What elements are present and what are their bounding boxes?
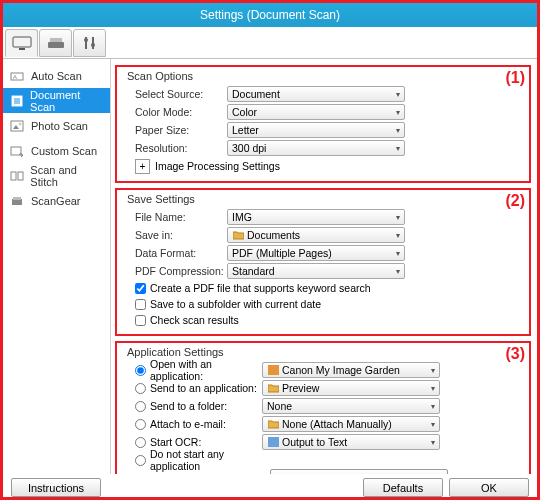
attach-email-radio[interactable]: Attach to e-mail: <box>127 415 262 433</box>
image-processing-label: Image Processing Settings <box>155 160 280 172</box>
color-mode-label: Color Mode: <box>127 106 227 118</box>
sidebar-label: Custom Scan <box>31 145 97 157</box>
chevron-down-icon: ▾ <box>396 231 400 240</box>
custom-scan-icon <box>9 144 25 158</box>
sidebar-item-scangear[interactable]: ScanGear <box>3 188 110 213</box>
app-settings-title: Application Settings <box>127 346 519 358</box>
save-in-label: Save in: <box>127 229 227 241</box>
svg-point-5 <box>84 38 88 42</box>
more-functions-button[interactable]: More Functions <box>270 469 448 474</box>
tab-preferences[interactable] <box>73 29 106 57</box>
color-mode-combo[interactable]: Color▾ <box>227 104 405 120</box>
ok-button[interactable]: OK <box>449 478 529 497</box>
paper-size-label: Paper Size: <box>127 124 227 136</box>
open-with-app-combo[interactable]: Canon My Image Garden▾ <box>262 362 440 378</box>
chevron-down-icon: ▾ <box>396 108 400 117</box>
annotation-3: (3) <box>505 345 525 363</box>
chevron-down-icon: ▾ <box>431 384 435 393</box>
scan-options-title: Scan Options <box>127 70 519 82</box>
start-ocr-combo[interactable]: Output to Text▾ <box>262 434 440 450</box>
svg-rect-2 <box>48 42 64 48</box>
application-settings-group: (3) Application Settings Open with an ap… <box>115 341 531 474</box>
sidebar: AAuto Scan Document Scan Photo Scan Cust… <box>3 59 111 474</box>
subfolder-checkbox[interactable]: Save to a subfolder with current date <box>127 296 519 312</box>
svg-rect-22 <box>268 365 279 375</box>
chevron-down-icon: ▾ <box>431 366 435 375</box>
data-format-label: Data Format: <box>127 247 227 259</box>
keyword-search-checkbox[interactable]: Create a PDF file that supports keyword … <box>127 280 519 296</box>
chevron-down-icon: ▾ <box>396 267 400 276</box>
chevron-down-icon: ▾ <box>396 213 400 222</box>
sidebar-label: Scan and Stitch <box>30 164 104 188</box>
svg-point-7 <box>91 43 95 47</box>
svg-rect-18 <box>11 172 16 180</box>
auto-scan-icon: A <box>9 69 25 83</box>
sidebar-label: Document Scan <box>30 89 104 113</box>
main-panel: (1) Scan Options Select Source:Document▾… <box>111 59 537 474</box>
chevron-down-icon: ▾ <box>431 438 435 447</box>
sidebar-item-auto-scan[interactable]: AAuto Scan <box>3 63 110 88</box>
body: AAuto Scan Document Scan Photo Scan Cust… <box>3 59 537 474</box>
toolbar <box>3 27 537 59</box>
chevron-down-icon: ▾ <box>431 402 435 411</box>
svg-rect-23 <box>268 437 279 447</box>
sidebar-label: ScanGear <box>31 195 81 207</box>
sidebar-item-scan-stitch[interactable]: Scan and Stitch <box>3 163 110 188</box>
save-settings-group: (2) Save Settings File Name:IMG▾ Save in… <box>115 188 531 336</box>
folder-icon <box>267 418 279 430</box>
sidebar-item-custom-scan[interactable]: Custom Scan <box>3 138 110 163</box>
data-format-combo[interactable]: PDF (Multiple Pages)▾ <box>227 245 405 261</box>
svg-rect-14 <box>11 121 23 131</box>
tab-from-computer[interactable] <box>5 29 38 57</box>
no-start-radio[interactable]: Do not start any application <box>127 451 262 469</box>
sidebar-item-document-scan[interactable]: Document Scan <box>3 88 110 113</box>
folder-icon <box>267 382 279 394</box>
attach-email-combo[interactable]: None (Attach Manually)▾ <box>262 416 440 432</box>
folder-icon <box>232 229 244 241</box>
chevron-down-icon: ▾ <box>396 90 400 99</box>
sidebar-label: Photo Scan <box>31 120 88 132</box>
chevron-down-icon: ▾ <box>396 126 400 135</box>
pdf-compression-label: PDF Compression: <box>127 265 227 277</box>
svg-point-16 <box>19 122 22 125</box>
scanner-icon <box>46 36 66 50</box>
chevron-down-icon: ▾ <box>431 420 435 429</box>
svg-rect-19 <box>18 172 23 180</box>
send-to-folder-radio[interactable]: Send to a folder: <box>127 397 262 415</box>
photo-scan-icon <box>9 119 25 133</box>
chevron-down-icon: ▾ <box>396 249 400 258</box>
svg-text:A: A <box>13 74 17 80</box>
chevron-down-icon: ▾ <box>396 144 400 153</box>
instructions-button[interactable]: Instructions <box>11 478 101 497</box>
file-name-combo[interactable]: IMG▾ <box>227 209 405 225</box>
expand-image-processing[interactable]: + <box>135 159 150 174</box>
open-with-app-radio[interactable]: Open with an application: <box>127 361 262 379</box>
annotation-2: (2) <box>505 192 525 210</box>
save-settings-title: Save Settings <box>127 193 519 205</box>
stitch-icon <box>9 169 24 183</box>
settings-window: Settings (Document Scan) AAuto Scan Docu… <box>0 0 540 500</box>
file-name-label: File Name: <box>127 211 227 223</box>
scangear-icon <box>9 194 25 208</box>
check-results-checkbox[interactable]: Check scan results <box>127 312 519 328</box>
svg-marker-15 <box>13 125 19 129</box>
document-scan-icon <box>9 94 24 108</box>
select-source-combo[interactable]: Document▾ <box>227 86 405 102</box>
send-to-app-radio[interactable]: Send to an application: <box>127 379 262 397</box>
sidebar-item-photo-scan[interactable]: Photo Scan <box>3 113 110 138</box>
titlebar: Settings (Document Scan) <box>3 3 537 27</box>
resolution-combo[interactable]: 300 dpi▾ <box>227 140 405 156</box>
annotation-1: (1) <box>505 69 525 87</box>
monitor-icon <box>12 36 32 50</box>
send-to-folder-combo[interactable]: None▾ <box>262 398 440 414</box>
save-in-combo[interactable]: Documents▾ <box>227 227 405 243</box>
tab-from-scanner[interactable] <box>39 29 72 57</box>
send-to-app-combo[interactable]: Preview▾ <box>262 380 440 396</box>
scan-options-group: (1) Scan Options Select Source:Document▾… <box>115 65 531 183</box>
svg-rect-3 <box>50 38 62 42</box>
defaults-button[interactable]: Defaults <box>363 478 443 497</box>
sliders-icon <box>81 35 99 51</box>
svg-rect-21 <box>13 197 21 200</box>
paper-size-combo[interactable]: Letter▾ <box>227 122 405 138</box>
pdf-compression-combo[interactable]: Standard▾ <box>227 263 405 279</box>
